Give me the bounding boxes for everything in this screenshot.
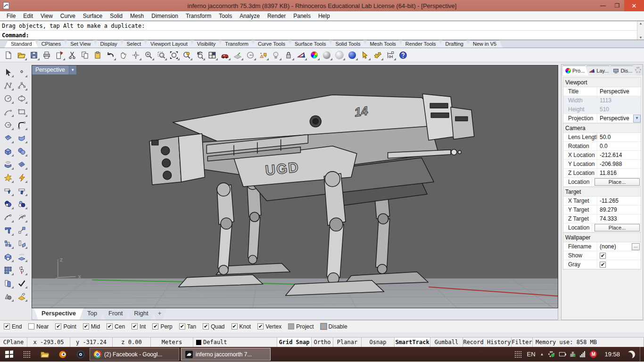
osnap-vertex[interactable]: Vertex (257, 323, 281, 330)
solid-union-tool-icon[interactable] (2, 251, 14, 263)
surface-bend-tool-icon[interactable] (16, 132, 28, 144)
mega-icon[interactable]: M (590, 351, 597, 358)
curve-tool-icon[interactable] (16, 79, 28, 91)
menu-curve[interactable]: Curve (57, 12, 79, 20)
undo-view-icon[interactable] (194, 49, 205, 61)
menu-edit[interactable]: Edit (19, 12, 37, 20)
tab-cplanes[interactable]: CPlanes (35, 40, 67, 48)
blender-icon[interactable] (54, 347, 72, 362)
scale-tool-icon[interactable] (16, 224, 28, 236)
wallpaper-filename-value[interactable]: (none) (600, 242, 616, 251)
menu-help[interactable]: Help (314, 12, 334, 20)
start-button[interactable] (0, 347, 18, 362)
paste-icon[interactable] (92, 49, 103, 61)
box-tool-icon[interactable] (2, 145, 14, 157)
tab-transform[interactable]: Transform (219, 40, 255, 48)
save-icon[interactable] (28, 49, 40, 61)
status-ortho[interactable]: Ortho (312, 337, 333, 347)
print-icon[interactable] (41, 49, 52, 61)
status-units[interactable]: Meters (151, 337, 193, 347)
tab-select[interactable]: Select (121, 40, 148, 48)
osnap-int-checkbox[interactable] (132, 323, 138, 329)
status-osnap[interactable]: Osnap (362, 337, 395, 347)
osnap-project[interactable]: Project (288, 323, 314, 330)
tab-drafting[interactable]: Drafting (439, 40, 470, 48)
polyline-tool-icon[interactable] (2, 79, 14, 91)
split-tool-icon[interactable] (16, 185, 28, 197)
scroll-up-icon[interactable]: ▲ (639, 22, 643, 25)
viewport-title-field[interactable]: Perspective (597, 87, 641, 96)
fillet-corner-tool-icon[interactable] (16, 119, 28, 131)
pointer-tool-icon[interactable] (2, 66, 14, 78)
dial-icon[interactable] (245, 49, 256, 61)
menu-transform[interactable]: Transform (182, 12, 215, 20)
dimension-icon[interactable] (385, 49, 396, 61)
osnap-point[interactable]: Point (55, 323, 76, 330)
osnap-disable[interactable]: Disable (321, 323, 347, 330)
osnap-end[interactable]: End (4, 323, 22, 330)
menu-render[interactable]: Render (264, 12, 289, 20)
menu-file[interactable]: File (3, 12, 19, 20)
cut-icon[interactable] (66, 49, 78, 61)
undo-icon[interactable] (105, 49, 116, 61)
status-gumball[interactable]: Gumball (430, 337, 463, 347)
file-explorer-icon[interactable] (36, 347, 54, 362)
boolean-solids-tool-icon[interactable] (2, 290, 14, 302)
viewport-title-menu[interactable]: Perspective ▼ (32, 66, 76, 74)
point-tool-icon[interactable] (16, 66, 28, 78)
flash-tool-icon[interactable] (16, 172, 28, 183)
clock[interactable]: 19:58 (602, 351, 623, 358)
status-filter[interactable]: Filter (512, 337, 533, 347)
close-button[interactable]: ✕ (624, 0, 644, 11)
point-shapes-icon[interactable] (257, 49, 269, 61)
wallpaper-browse-button[interactable]: ... (632, 243, 640, 250)
menu-solid[interactable]: Solid (106, 12, 126, 20)
rotation-field[interactable]: 0.0 (597, 142, 641, 150)
array-linear-tool-icon[interactable] (16, 264, 28, 276)
wallpaper-gray-checkbox[interactable] (600, 262, 606, 268)
tab-standard[interactable]: Standard (5, 40, 38, 48)
tab-render-tools[interactable]: Render Tools (399, 40, 442, 48)
command-scrollbar[interactable]: ▲▼ (637, 21, 644, 40)
menu-tools[interactable]: Tools (215, 12, 236, 20)
menu-view[interactable]: View (37, 12, 57, 20)
target-place-button[interactable]: Place... (594, 224, 640, 231)
tab-new-in-v5[interactable]: New in V5 (467, 40, 503, 48)
language-indicator[interactable]: EN (527, 351, 535, 358)
offset-tool-icon[interactable] (2, 277, 14, 289)
camera-place-button[interactable]: Place... (594, 178, 640, 186)
status-layer[interactable]: Default (193, 337, 277, 347)
wallpaper-show-checkbox[interactable] (600, 253, 606, 259)
new-document-icon[interactable] (3, 49, 14, 61)
osnap-perp[interactable]: Perp (152, 323, 172, 330)
zoom-selected-icon[interactable] (181, 49, 192, 61)
array-rect-tool-icon[interactable] (2, 264, 14, 276)
osnap-end-checkbox[interactable] (4, 323, 10, 329)
status-planar[interactable]: Planar (333, 337, 362, 347)
render-spray-tool-icon[interactable] (16, 290, 28, 302)
color-wheel-icon[interactable] (308, 49, 320, 61)
viewport-tab-perspective[interactable]: Perspective (34, 308, 83, 320)
tray-expand-icon[interactable]: ▲ (540, 352, 544, 356)
pan-icon[interactable] (117, 49, 129, 61)
osnap-tan-checkbox[interactable] (179, 323, 185, 329)
x-target-field[interactable]: -11.265 (597, 197, 641, 205)
boolean-light-tool-icon[interactable] (16, 198, 28, 210)
osnap-near-checkbox[interactable] (28, 323, 34, 329)
status-cplane[interactable]: CPlane (0, 337, 27, 347)
projection-select-value[interactable]: Perspective (600, 114, 629, 123)
menu-panels[interactable]: Panels (289, 12, 314, 20)
viewport-tab-front[interactable]: Front (101, 308, 130, 320)
cplane-icon[interactable] (232, 49, 243, 61)
z-target-field[interactable]: 74.333 (597, 214, 641, 223)
mech-model[interactable]: UGD 14 (149, 94, 474, 296)
osnap-quad-checkbox[interactable] (203, 323, 209, 329)
blend-curve-tool-icon[interactable] (16, 211, 28, 223)
viewport-layout-icon[interactable] (206, 49, 218, 61)
lens-length-field[interactable]: 50.0 (597, 133, 641, 141)
extrude-tool-icon[interactable] (16, 251, 28, 263)
osnap-near[interactable]: Near (28, 323, 49, 330)
osnap-tan[interactable]: Tan (179, 323, 196, 330)
lightbulb-icon[interactable] (270, 49, 281, 61)
tab-set-view[interactable]: Set View (64, 40, 97, 48)
